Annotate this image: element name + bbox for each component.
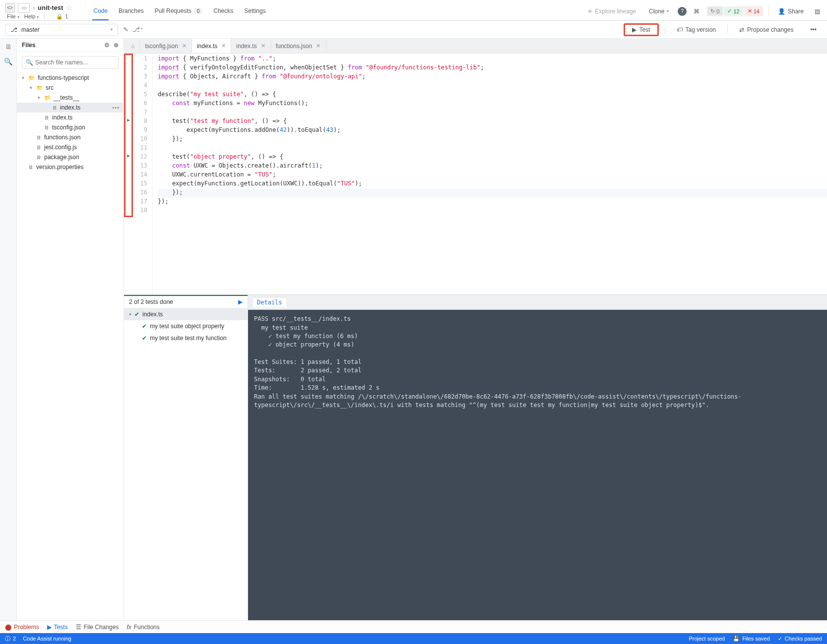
functions-button[interactable]: fx Functions — [127, 624, 159, 631]
search-rail-icon[interactable]: 🔍 — [4, 58, 12, 65]
branch-selector[interactable]: ⎇ master ▾ — [5, 24, 118, 36]
tests-summary: 2 of 2 tests done — [129, 298, 173, 305]
close-icon[interactable]: ✕ — [316, 43, 320, 49]
file-menu[interactable]: File ▾ — [7, 13, 19, 20]
sidebar-title: Files — [22, 42, 35, 49]
page-title: unit-test — [38, 4, 63, 11]
clone-button[interactable]: Clone ▾ — [645, 6, 673, 17]
gear-icon[interactable]: ⚙ — [104, 42, 110, 49]
tree-file[interactable]: 🗎package.json — [17, 152, 124, 162]
test-item[interactable]: ✔my test suite test my function — [124, 332, 248, 344]
fail-stat: ✕ 14 — [745, 7, 763, 15]
status-saved[interactable]: 💾 Files saved — [733, 636, 770, 642]
run-gutter-highlight — [124, 54, 133, 217]
close-icon[interactable]: ✕ — [182, 43, 187, 49]
breadcrumb-sep: › — [33, 4, 35, 11]
lock-owner: 🔒 1 — [56, 13, 68, 20]
details-tab[interactable]: Details — [248, 295, 827, 310]
branch-icon: ⎇ — [10, 26, 17, 33]
search-icon: 🔍 — [26, 59, 33, 66]
editor-tab[interactable]: index.ts✕ — [192, 39, 231, 53]
tree-file[interactable]: 🗎functions.json — [17, 132, 124, 142]
file-tree: ▾📁functions-typescript▾📁src▾📁__tests__🗎i… — [17, 73, 124, 620]
tree-folder[interactable]: ▾📁__tests__ — [17, 93, 124, 103]
pass-stat: ✓ 12 — [724, 7, 742, 15]
status-code-assist: Code Assist running — [23, 636, 71, 642]
search-input[interactable] — [22, 56, 119, 69]
nav-code[interactable]: Code — [92, 4, 109, 20]
subheader: ⎇ master ▾ ✎ ⎇⁺ ▶ Test 🏷 Tag version ⇄ P… — [0, 21, 827, 39]
test-button[interactable]: ▶ Test — [624, 23, 659, 36]
test-console[interactable]: PASS src/__tests__/index.ts my test suit… — [248, 310, 827, 620]
bottom-bar: ⬤ Problems ▶ Tests ☰ File Changes fx Fun… — [0, 620, 827, 633]
shortcuts-icon[interactable]: ⌘ — [692, 6, 701, 17]
test-item[interactable]: ✔my test suite object property — [124, 320, 248, 332]
files-rail-icon[interactable]: 🗎 — [5, 43, 12, 51]
help-menu[interactable]: Help ▾ — [24, 13, 39, 20]
nav-settings[interactable]: Settings — [243, 4, 266, 20]
test-results-tree: 2 of 2 tests done ▶ ▾✔index.ts ✔my test … — [124, 295, 248, 620]
tree-file[interactable]: 🗎version.properties — [17, 162, 124, 172]
run-tests-icon[interactable]: ▶ — [238, 298, 243, 305]
tree-file[interactable]: 🗎index.ts — [17, 113, 124, 122]
status-scope[interactable]: Project scoped — [689, 636, 725, 642]
branch-new-icon[interactable]: ⎇⁺ — [132, 26, 143, 33]
editor-tab[interactable]: tsconfig.json✕ — [140, 39, 192, 53]
build-stats[interactable]: ↻ 0 ✓ 12 ✕ 14 — [706, 6, 763, 16]
header: <> ▭ › unit-test ☆ File ▾ Help ▾ | 🔒 1 C… — [0, 0, 827, 21]
more-actions-button[interactable]: ••• — [805, 23, 822, 36]
explore-lineage-button[interactable]: ✳ Explore lineage — [583, 6, 640, 17]
left-rail: 🗎 🔍 — [0, 39, 17, 620]
status-checks[interactable]: ✓ Checks passed — [778, 636, 822, 642]
tree-file[interactable]: 🗎index.ts••• — [17, 103, 124, 113]
nav-pull-requests[interactable]: Pull Requests0 — [154, 4, 204, 20]
help-icon[interactable]: ? — [678, 7, 687, 16]
nav-branches[interactable]: Branches — [118, 4, 145, 20]
editor-tab[interactable]: index.ts✕ — [231, 39, 270, 53]
editor-tab[interactable]: functions.json✕ — [271, 39, 326, 53]
share-button[interactable]: 👤 Share — [774, 6, 808, 17]
code-editor[interactable]: ▶▶ 123456789101112131415161718 import { … — [124, 54, 827, 294]
star-icon[interactable]: ☆ — [66, 4, 72, 12]
app-icon: <> — [5, 3, 15, 13]
sync-stat: ↻ 0 — [707, 7, 722, 15]
edit-icon[interactable]: ✎ — [123, 26, 128, 33]
status-bar: ⓘ 2 Code Assist running Project scoped 💾… — [0, 633, 827, 644]
status-info[interactable]: ⓘ 2 — [5, 635, 16, 643]
sidebar: Files ⚙ ⊕ 🔍 ▾📁functions-typescript▾📁src▾… — [17, 39, 124, 620]
panel-toggle-icon[interactable]: ▤ — [813, 6, 822, 17]
nav-checks[interactable]: Checks — [212, 4, 234, 20]
tree-file[interactable]: 🗎jest.config.js — [17, 142, 124, 152]
problems-button[interactable]: ⬤ Problems — [5, 624, 39, 631]
add-file-icon[interactable]: ⊕ — [114, 42, 119, 49]
tree-folder[interactable]: ▾📁src — [17, 83, 124, 93]
home-tab[interactable]: ⌂ — [126, 40, 140, 53]
close-icon[interactable]: ✕ — [221, 43, 226, 49]
file-changes-button[interactable]: ☰ File Changes — [76, 624, 119, 631]
test-panel: 2 of 2 tests done ▶ ▾✔index.ts ✔my test … — [124, 294, 827, 620]
test-file-row[interactable]: ▾✔index.ts — [124, 308, 248, 320]
breadcrumb-icon: ▭ — [18, 3, 30, 13]
tag-version-button[interactable]: 🏷 Tag version — [671, 23, 721, 36]
tree-file[interactable]: 🗎tsconfig.json — [17, 122, 124, 132]
close-icon[interactable]: ✕ — [261, 43, 265, 49]
editor-tabs: ⌂ tsconfig.json✕index.ts✕index.ts✕functi… — [124, 39, 827, 54]
tests-button[interactable]: ▶ Tests — [47, 624, 68, 631]
tree-folder[interactable]: ▾📁functions-typescript — [17, 73, 124, 83]
propose-changes-button[interactable]: ⇄ Propose changes — [734, 23, 799, 36]
